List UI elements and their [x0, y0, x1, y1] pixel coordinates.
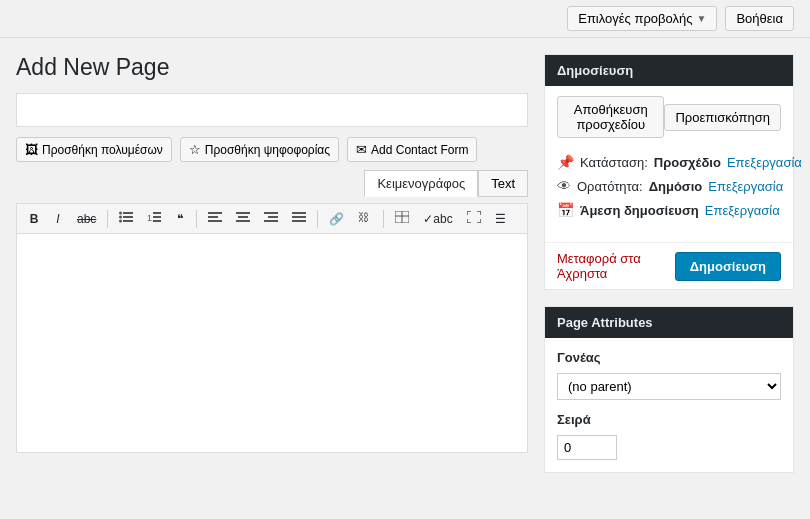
fullscreen-button[interactable] [461, 208, 487, 229]
table-button[interactable] [389, 208, 415, 229]
svg-rect-8 [153, 216, 161, 218]
save-draft-label: Αποθήκευση προσχεδίου [574, 102, 648, 132]
align-justify-icon [292, 211, 306, 223]
align-center-icon [236, 211, 250, 223]
order-input[interactable] [557, 435, 617, 460]
table-icon [395, 211, 409, 223]
editor-toolbar-top: 🖼 Προσθήκη πολυμέσων ☆ Προσθήκη ψηφοφορί… [16, 137, 528, 197]
align-left-icon [208, 211, 222, 223]
preview-button[interactable]: Προεπισκόπηση [664, 104, 781, 131]
svg-rect-14 [238, 216, 248, 218]
editor-area[interactable] [16, 233, 528, 453]
svg-rect-13 [236, 212, 250, 214]
svg-rect-17 [268, 216, 278, 218]
add-vote-icon: ☆ [189, 142, 201, 157]
page-title: Add New Page [16, 54, 528, 81]
view-options-arrow-icon: ▼ [697, 13, 707, 24]
visibility-label: Ορατότητα: [577, 179, 643, 194]
svg-rect-15 [236, 220, 250, 222]
add-vote-label: Προσθήκη ψηφοφορίας [205, 143, 330, 157]
add-media-icon: 🖼 [25, 142, 38, 157]
svg-text:⛓: ⛓ [358, 211, 369, 223]
publish-time-edit-label: Επεξεργασία [705, 203, 780, 218]
svg-rect-5 [123, 220, 133, 222]
toolbar-separator-3 [317, 210, 318, 228]
move-to-trash-link[interactable]: Μεταφορά στα Άχρηστα [557, 251, 675, 281]
unlink-button[interactable]: ⛓ [352, 208, 378, 229]
align-justify-button[interactable] [286, 208, 312, 229]
svg-point-2 [119, 216, 122, 219]
status-edit-label: Επεξεργασία [727, 155, 802, 170]
visibility-edit-label: Επεξεργασία [708, 179, 783, 194]
order-label: Σειρά [557, 412, 781, 427]
publish-time-edit-link[interactable]: Επεξεργασία [705, 203, 780, 218]
strikethrough-button[interactable]: abc [71, 209, 102, 229]
page-attributes-header: Page Attributes [545, 307, 793, 338]
add-media-label: Προσθήκη πολυμέσων [42, 143, 163, 157]
unlink-icon: ⛓ [358, 211, 372, 223]
tab-editor-button[interactable]: Κειμενογράφος [364, 170, 478, 197]
svg-rect-11 [208, 216, 218, 218]
svg-point-4 [119, 220, 122, 223]
svg-rect-10 [208, 212, 222, 214]
add-contact-form-label: Add Contact Form [371, 143, 468, 157]
parent-select[interactable]: (no parent) [557, 373, 781, 400]
svg-rect-16 [264, 212, 278, 214]
publish-meta: 📌 Κατάσταση: Προσχέδιο Επεξεργασία 👁 Ορα… [557, 148, 781, 232]
link-button[interactable]: 🔗 [323, 209, 350, 229]
toolbar-separator-4 [383, 210, 384, 228]
visibility-edit-link[interactable]: Επεξεργασία [708, 179, 783, 194]
view-options-button[interactable]: Επιλογές προβολής ▼ [567, 6, 717, 31]
publish-button[interactable]: Δημοσίευση [675, 252, 781, 281]
status-icon: 📌 [557, 154, 574, 170]
spellcheck-button[interactable]: ✓abc [417, 209, 458, 229]
publish-panel-title: Δημοσίευση [557, 63, 633, 78]
main-content: Add New Page 🖼 Προσθήκη πολυμέσων ☆ Προσ… [0, 38, 810, 505]
toolbar-separator-2 [196, 210, 197, 228]
tab-editor-label: Κειμενογράφος [377, 176, 465, 191]
top-bar: Επιλογές προβολής ▼ Βοήθεια [0, 0, 810, 38]
publish-panel-footer: Μεταφορά στα Άχρηστα Δημοσίευση [545, 242, 793, 289]
svg-rect-7 [153, 212, 161, 214]
align-right-icon [264, 211, 278, 223]
unordered-list-icon [119, 211, 133, 223]
ordered-list-icon: 1. [147, 211, 161, 223]
blockquote-button[interactable]: ❝ [169, 209, 191, 229]
add-media-button[interactable]: 🖼 Προσθήκη πολυμέσων [16, 137, 172, 162]
view-options-label: Επιλογές προβολής [578, 11, 692, 26]
align-center-button[interactable] [230, 208, 256, 229]
move-to-trash-label: Μεταφορά στα Άχρηστα [557, 251, 641, 281]
svg-rect-19 [292, 212, 306, 214]
publish-time-label: Άμεση δημοσίευση [580, 203, 699, 218]
publish-panel-header: Δημοσίευση [545, 55, 793, 86]
align-left-button[interactable] [202, 208, 228, 229]
unordered-list-button[interactable] [113, 208, 139, 229]
left-panel: Add New Page 🖼 Προσθήκη πολυμέσων ☆ Προσ… [16, 54, 528, 453]
italic-button[interactable]: I [47, 209, 69, 229]
bold-button[interactable]: B [23, 209, 45, 229]
visibility-row: 👁 Ορατότητα: Δημόσιο Επεξεργασία [557, 178, 781, 194]
editor-tab-group: Κειμενογράφος Text [364, 170, 528, 197]
svg-rect-3 [123, 216, 133, 218]
svg-rect-9 [153, 220, 161, 222]
help-button[interactable]: Βοήθεια [725, 6, 794, 31]
tab-text-button[interactable]: Text [478, 170, 528, 197]
page-attributes-title: Page Attributes [557, 315, 653, 330]
toolbar-separator-1 [107, 210, 108, 228]
svg-rect-21 [292, 220, 306, 222]
ordered-list-button[interactable]: 1. [141, 208, 167, 229]
align-right-button[interactable] [258, 208, 284, 229]
preview-label: Προεπισκόπηση [675, 110, 770, 125]
save-draft-button[interactable]: Αποθήκευση προσχεδίου [557, 96, 664, 138]
page-title-input[interactable] [16, 93, 528, 127]
svg-rect-18 [264, 220, 278, 222]
status-edit-link[interactable]: Επεξεργασία [727, 155, 802, 170]
tab-text-label: Text [491, 176, 515, 191]
status-value: Προσχέδιο [654, 155, 721, 170]
toolbar-toggle-button[interactable]: ☰ [489, 209, 512, 229]
right-panel: Δημοσίευση Αποθήκευση προσχεδίου Προεπισ… [544, 54, 794, 489]
add-contact-form-button[interactable]: ✉ Add Contact Form [347, 137, 477, 162]
page-attributes-panel: Page Attributes Γονέας (no parent) Σειρά [544, 306, 794, 473]
add-vote-button[interactable]: ☆ Προσθήκη ψηφοφορίας [180, 137, 339, 162]
page-attributes-body: Γονέας (no parent) Σειρά [545, 338, 793, 472]
